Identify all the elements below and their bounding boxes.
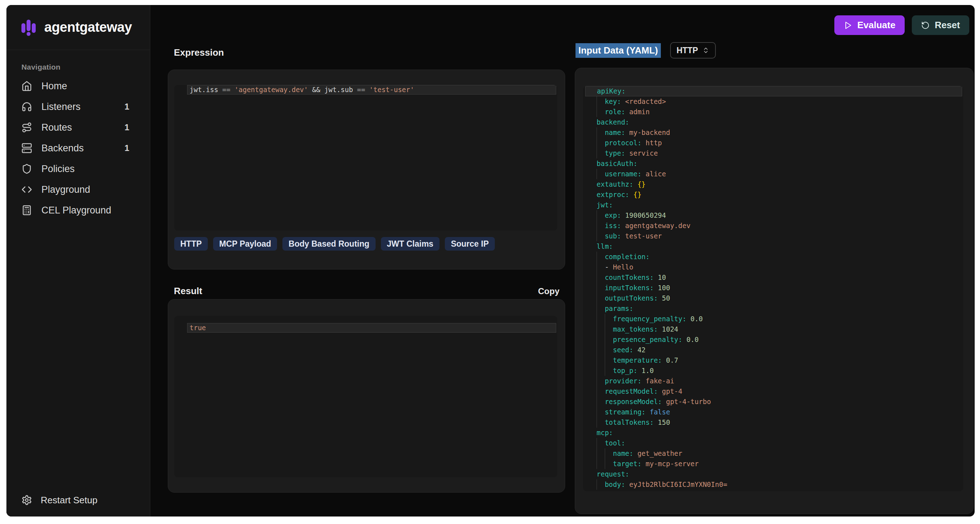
shield-icon (21, 164, 32, 174)
code-line: target: my-mcp-server (583, 459, 963, 469)
preset-chip-source-ip[interactable]: Source IP (445, 237, 495, 251)
code-line: true (187, 323, 556, 333)
route-icon (21, 122, 32, 133)
yaml-editor[interactable]: apiKey: key: <redacted> role: adminbacke… (583, 86, 963, 491)
result-panel: true (168, 299, 565, 492)
code-line: requestModel: gpt-4 (583, 386, 963, 397)
calculator-icon (21, 205, 32, 216)
code-line: role: admin (583, 107, 963, 117)
sidebar-item-label: Home (41, 81, 67, 92)
sidebar-item-routes[interactable]: Routes 1 (6, 117, 150, 138)
app-window: agentgateway Navigation Home Listeners 1 (6, 5, 975, 516)
expression-panel: jwt.iss == 'agentgateway.dev' && jwt.sub… (168, 70, 565, 270)
code-line: protocol: http (583, 138, 963, 148)
input-data-title: Input Data (YAML) (576, 43, 661, 58)
page: agentgateway Navigation Home Listeners 1 (0, 0, 980, 524)
code-line: jwt: (583, 200, 963, 210)
reset-label: Reset (935, 20, 960, 31)
code-line: - Hello (583, 262, 963, 272)
code-line: params: (583, 303, 963, 314)
sidebar-item-cel-playground[interactable]: CEL Playground (6, 200, 150, 221)
toolbar: Evaluate Reset (834, 15, 969, 35)
restart-setup-label: Restart Setup (41, 495, 97, 506)
home-icon (21, 81, 32, 91)
sidebar: agentgateway Navigation Home Listeners 1 (6, 5, 150, 516)
restart-setup-button[interactable]: Restart Setup (6, 484, 150, 516)
sidebar-item-label: Routes (41, 122, 72, 133)
sidebar-item-policies[interactable]: Policies (6, 159, 150, 179)
code-line: type: service (583, 148, 963, 159)
expression-editor[interactable]: jwt.iss == 'agentgateway.dev' && jwt.sub… (174, 85, 557, 230)
code-icon (21, 184, 32, 195)
main-content: Evaluate Reset Expression jwt.iss == 'ag… (150, 5, 975, 516)
sidebar-item-label: Backends (41, 143, 84, 154)
result-title: Result (174, 286, 202, 297)
headphones-icon (21, 102, 32, 112)
brand-name: agentgateway (44, 20, 132, 35)
input-mode-value: HTTP (676, 46, 698, 55)
brand[interactable]: agentgateway (6, 5, 150, 50)
code-line: temperature: 0.7 (583, 355, 963, 365)
code-line: seed: 42 (583, 345, 963, 355)
sidebar-item-backends[interactable]: Backends 1 (6, 138, 150, 159)
sidebar-item-label: Policies (41, 164, 75, 175)
code-line: llm: (583, 241, 963, 252)
code-line: body: eyJtb2RlbCI6ICJmYXN0In0= (583, 480, 963, 490)
code-line: username: alice (583, 169, 963, 179)
code-line: backend: (583, 117, 963, 127)
code-line: exp: 1900650294 (583, 210, 963, 221)
code-line: presence_penalty: 0.0 (583, 335, 963, 345)
code-line: request: (583, 469, 963, 480)
sidebar-item-count: 1 (125, 143, 129, 153)
rotate-ccw-icon (921, 21, 930, 30)
code-line: max_tokens: 1024 (583, 324, 963, 335)
code-line: key: <redacted> (583, 96, 963, 107)
sidebar-item-count: 1 (125, 122, 129, 132)
result-editor[interactable]: true (174, 316, 557, 477)
sidebar-item-home[interactable]: Home (6, 76, 150, 96)
code-line: inputTokens: 100 (583, 283, 963, 293)
code-line: provider: fake-ai (583, 376, 963, 386)
server-icon (21, 143, 32, 154)
expression-title: Expression (174, 47, 224, 58)
chevrons-up-down-icon (702, 47, 710, 54)
code-line: streaming: false (583, 407, 963, 417)
sidebar-spacer (6, 221, 150, 484)
sidebar-item-label: CEL Playground (41, 205, 111, 216)
nav-section-label: Navigation (21, 63, 150, 71)
copy-button[interactable]: Copy (538, 286, 560, 296)
code-line: extproc: {} (583, 189, 963, 200)
code-line: mcp: (583, 428, 963, 438)
sidebar-item-label: Playground (41, 184, 90, 195)
preset-list: HTTPMCP PayloadBody Based RoutingJWT Cla… (174, 237, 495, 251)
input-mode-select[interactable]: HTTP (670, 42, 716, 59)
code-line: tool: (583, 438, 963, 448)
code-line: completion: (583, 252, 963, 262)
preset-chip-mcp-payload[interactable]: MCP Payload (213, 237, 277, 251)
code-line: totalTokens: 150 (583, 417, 963, 428)
preset-chip-http[interactable]: HTTP (174, 237, 208, 251)
code-line: countTokens: 10 (583, 272, 963, 283)
sidebar-item-listeners[interactable]: Listeners 1 (6, 96, 150, 117)
input-data-panel: apiKey: key: <redacted> role: adminbacke… (575, 68, 974, 514)
reset-button[interactable]: Reset (912, 15, 969, 35)
code-line: name: my-backend (583, 127, 963, 138)
sidebar-item-playground[interactable]: Playground (6, 179, 150, 200)
code-line: jwt.iss == 'agentgateway.dev' && jwt.sub… (187, 85, 556, 95)
input-data-header: Input Data (YAML) HTTP (576, 42, 716, 59)
evaluate-button[interactable]: Evaluate (834, 15, 905, 35)
code-line: iss: agentgateway.dev (583, 221, 963, 231)
code-line: name: get_weather (583, 448, 963, 459)
play-icon (844, 21, 852, 30)
preset-chip-jwt-claims[interactable]: JWT Claims (381, 237, 439, 251)
code-line: sub: test-user (583, 231, 963, 241)
code-line: basicAuth: (583, 159, 963, 169)
code-line: extauthz: {} (583, 179, 963, 189)
result-header: Result Copy (174, 286, 560, 297)
preset-chip-body-based-routing[interactable]: Body Based Routing (282, 237, 375, 251)
sidebar-item-label: Listeners (41, 102, 81, 113)
code-line: apiKey: (585, 86, 962, 96)
gear-icon (21, 495, 32, 505)
evaluate-label: Evaluate (857, 20, 896, 31)
sidebar-item-count: 1 (125, 102, 129, 112)
